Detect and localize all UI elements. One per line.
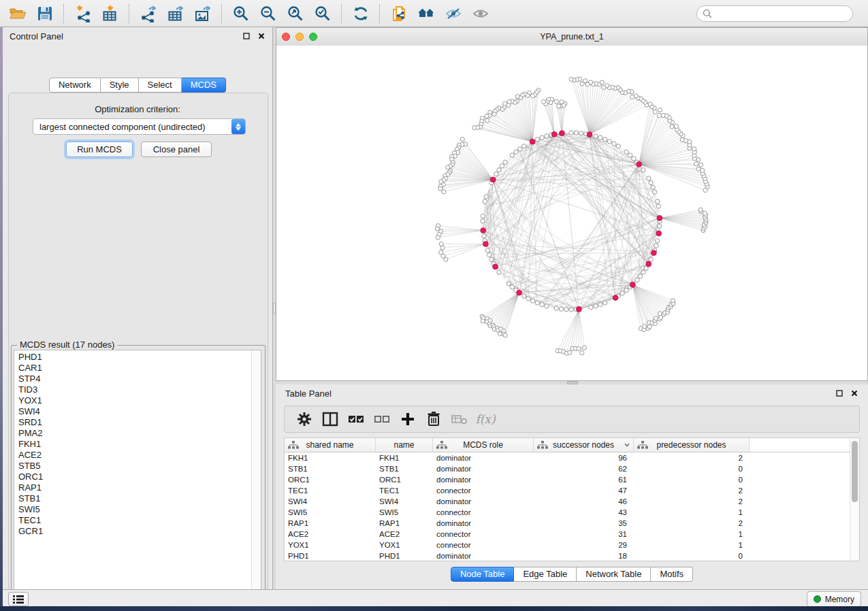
add-row-button[interactable]	[395, 408, 421, 430]
table-scrollbar[interactable]	[850, 438, 859, 561]
mcds-result-item[interactable]: STB1	[18, 493, 251, 504]
search-input[interactable]	[716, 8, 847, 20]
mcds-result-item[interactable]: ORC1	[18, 472, 251, 482]
mcds-result-item[interactable]: TID3	[18, 384, 251, 395]
table-cell[interactable]: 31	[534, 530, 634, 538]
import-table-button[interactable]	[97, 3, 124, 24]
table-cell[interactable]: dominator	[433, 552, 534, 560]
table-cell[interactable]: 0	[634, 476, 750, 484]
column-header-successor-nodes[interactable]: successor nodes	[534, 438, 634, 452]
table-cell[interactable]: RAP1	[285, 519, 376, 527]
table-cell[interactable]: connector	[433, 508, 534, 516]
table-cell[interactable]: 96	[534, 454, 634, 462]
mcds-list-scrollbar[interactable]	[251, 350, 261, 594]
function-builder-button[interactable]: f(x)	[472, 408, 498, 430]
mcds-result-item[interactable]: PMA2	[18, 428, 251, 439]
table-cell[interactable]: FKH1	[285, 454, 376, 462]
tab-edge-table[interactable]: Edge Table	[514, 567, 577, 582]
table-cell[interactable]: dominator	[433, 519, 534, 527]
mcds-result-item[interactable]: FKH1	[18, 439, 251, 450]
table-cell[interactable]: SWI5	[285, 508, 376, 516]
network-graph[interactable]	[276, 46, 867, 380]
export-table-button[interactable]	[162, 3, 189, 24]
close-panel-icon[interactable]	[850, 389, 858, 398]
open-session-button[interactable]	[4, 3, 31, 24]
export-network-button[interactable]	[135, 3, 162, 24]
clone-network-button[interactable]	[385, 3, 413, 24]
table-cell[interactable]: 2	[634, 519, 750, 527]
tab-network-table[interactable]: Network Table	[577, 567, 651, 582]
table-cell[interactable]: 29	[534, 541, 634, 549]
table-cell[interactable]: 46	[534, 497, 634, 506]
tab-network[interactable]: Network	[49, 78, 101, 93]
table-row[interactable]: RAP1RAP1dominator352	[285, 518, 850, 529]
table-row[interactable]: STB1STB1dominator620	[285, 463, 850, 474]
table-cell[interactable]: YOX1	[376, 541, 433, 549]
table-cell[interactable]: 2	[634, 486, 750, 495]
select-all-button[interactable]	[343, 408, 369, 430]
column-menu-icon[interactable]	[624, 443, 630, 447]
memory-button[interactable]: Memory	[807, 591, 861, 607]
mcds-result-item[interactable]: CAR1	[18, 363, 251, 374]
mcds-result-item[interactable]: SWI5	[18, 504, 251, 515]
table-cell[interactable]: SWI4	[285, 497, 376, 506]
table-cell[interactable]: connector	[433, 541, 534, 549]
table-row[interactable]: YOX1YOX1connector291	[285, 540, 850, 550]
mcds-result-item[interactable]: RAP1	[18, 482, 251, 493]
tab-node-table[interactable]: Node Table	[451, 567, 515, 582]
home-view-button[interactable]	[413, 3, 440, 24]
table-cell[interactable]: 1	[634, 530, 750, 538]
table-cell[interactable]: STB1	[285, 465, 376, 473]
close-panel-icon[interactable]	[257, 32, 266, 41]
float-panel-icon[interactable]	[835, 389, 843, 398]
table-settings-button[interactable]	[291, 408, 317, 430]
close-panel-button[interactable]: Close panel	[141, 142, 212, 157]
mcds-result-item[interactable]: YOX1	[18, 395, 251, 406]
table-cell[interactable]: ACE2	[376, 530, 433, 538]
table-cell[interactable]: dominator	[433, 465, 534, 473]
deselect-all-button[interactable]	[369, 408, 395, 430]
table-cell[interactable]: dominator	[433, 454, 534, 462]
zoom-out-button[interactable]	[255, 3, 282, 24]
mcds-result-item[interactable]: TEC1	[18, 515, 251, 526]
column-header-MCDS-role[interactable]: MCDS role	[433, 438, 534, 452]
table-cell[interactable]: 1	[634, 508, 750, 516]
table-row[interactable]: TEC1TEC1connector472	[285, 485, 850, 496]
table-cell[interactable]: 35	[534, 519, 634, 527]
table-cell[interactable]: TEC1	[285, 486, 376, 495]
table-row[interactable]: ORC1ORC1dominator610	[285, 474, 850, 485]
hide-selected-button[interactable]	[440, 3, 467, 24]
table-cell[interactable]: FKH1	[376, 454, 433, 462]
float-panel-icon[interactable]	[242, 32, 251, 41]
table-cell[interactable]: dominator	[433, 476, 534, 484]
column-header-name[interactable]: name	[376, 438, 433, 452]
table-cell[interactable]: SWI4	[376, 497, 433, 506]
table-cell[interactable]: 62	[534, 465, 634, 473]
mcds-result-item[interactable]: GCR1	[18, 526, 251, 537]
optimization-select[interactable]: largest connected component (undirected)	[33, 118, 246, 135]
delete-table-button[interactable]	[447, 408, 472, 430]
tab-motifs[interactable]: Motifs	[651, 567, 693, 582]
table-cell[interactable]: 2	[634, 454, 750, 462]
delete-rows-button[interactable]	[421, 408, 447, 430]
table-cell[interactable]: 47	[534, 486, 634, 495]
task-history-button[interactable]	[8, 592, 29, 606]
column-header-predecessor-nodes[interactable]: predecessor nodes	[634, 438, 750, 452]
table-cell[interactable]: 43	[534, 508, 634, 516]
zoom-in-button[interactable]	[227, 3, 255, 24]
table-cell[interactable]: ORC1	[376, 476, 433, 484]
table-row[interactable]: SWI5SWI5connector431	[285, 507, 850, 518]
table-cell[interactable]: YOX1	[285, 541, 376, 549]
refresh-network-button[interactable]	[347, 3, 374, 24]
column-header-shared-name[interactable]: shared name	[285, 438, 376, 452]
show-columns-button[interactable]	[317, 408, 343, 430]
table-cell[interactable]: 0	[634, 552, 750, 560]
show-all-button[interactable]	[467, 3, 494, 24]
table-row[interactable]: SWI4SWI4dominator462	[285, 496, 850, 507]
table-cell[interactable]: 61	[534, 476, 634, 484]
run-mcds-button[interactable]: Run MCDS	[66, 142, 133, 157]
table-row[interactable]: FKH1FKH1dominator962	[285, 452, 850, 463]
tab-style[interactable]: Style	[101, 78, 139, 93]
table-cell[interactable]: ORC1	[285, 476, 376, 484]
network-window-titlebar[interactable]: YPA_prune.txt_1	[276, 28, 867, 46]
